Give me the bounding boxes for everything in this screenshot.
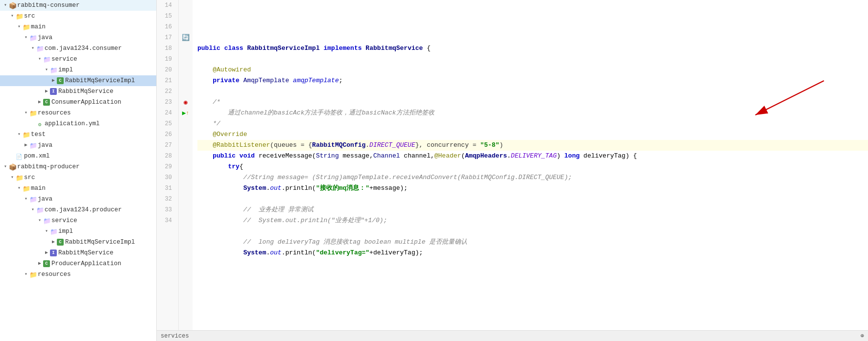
line-number: 17 — [157, 32, 174, 43]
sidebar-item-RabbitMqServiceImpl-consumer[interactable]: ▶CRabbitMqServiceImpl — [0, 75, 156, 86]
class-icon: C — [43, 260, 50, 267]
sidebar-item-ConsumerApplication[interactable]: ▶CConsumerApplication — [0, 97, 156, 108]
code-line: System.out.println("接收的mq消息："+message); — [197, 183, 868, 194]
line-number: 19 — [157, 54, 174, 65]
line-number: 14 — [157, 0, 174, 11]
tree-arrow[interactable]: ▶ — [36, 259, 43, 269]
run-gutter-icon[interactable]: ▶ — [182, 109, 186, 117]
sidebar-item-java-test-consumer[interactable]: ▶📁java — [0, 140, 156, 151]
tree-arrow[interactable]: ▾ — [23, 270, 29, 279]
code-line: */ — [197, 118, 868, 129]
tree-arrow[interactable]: ▾ — [23, 33, 29, 43]
editor-area: 1415161718192021222324252627282930313233… — [157, 0, 868, 341]
class-icon: C — [43, 99, 50, 106]
sidebar-item-test-consumer[interactable]: ▾📁test — [0, 129, 156, 140]
tree-arrow[interactable]: ▾ — [2, 162, 9, 172]
tree-label: main — [31, 183, 46, 193]
sidebar-item-ProducerApplication[interactable]: ▶CProducerApplication — [0, 258, 156, 269]
code-line: @Override — [197, 129, 868, 140]
tree-arrow[interactable]: ▶ — [36, 97, 43, 107]
folder-icon: 📁 — [16, 175, 23, 181]
line-number: 29 — [157, 161, 174, 172]
code-line — [197, 54, 868, 65]
gutter: 🔄◉▶↑ — [179, 0, 193, 330]
sidebar-item-resources-consumer[interactable]: ▾📁resources — [0, 108, 156, 118]
status-add-icon[interactable]: ⊕ — [861, 332, 864, 340]
module-icon: 📦 — [9, 164, 16, 170]
sidebar-item-com-consumer[interactable]: ▾📁com.java1234.consumer — [0, 43, 156, 54]
folder-icon: 📁 — [23, 24, 29, 30]
folder-blue-icon: 📁 — [29, 196, 36, 202]
sidebar-item-impl-consumer[interactable]: ▾📁impl — [0, 65, 156, 75]
line-number: 30 — [157, 172, 174, 183]
sidebar-item-application-yml-consumer[interactable]: ⚙application.yml — [0, 118, 156, 129]
code-line: public class RabbitmqServiceImpl impleme… — [197, 43, 868, 54]
tree-arrow[interactable]: ▾ — [16, 130, 23, 139]
class-icon: C — [57, 239, 64, 246]
sidebar-item-com-producer[interactable]: ▾📁com.java1234.producer — [0, 205, 156, 215]
code-line: //String message= (String)amqpTemplate.r… — [197, 172, 868, 183]
sidebar-item-RabbitMqService-producer[interactable]: ▶IRabbitMqService — [0, 248, 156, 258]
code-line — [197, 258, 868, 269]
sidebar-item-resources-producer[interactable]: ▾📁resources — [0, 269, 156, 280]
line-number: 16 — [157, 22, 174, 32]
line-number: 34 — [157, 215, 174, 226]
tree-label: impl — [58, 65, 73, 75]
tree-arrow[interactable]: ▾ — [23, 108, 29, 118]
gutter-cell — [179, 151, 193, 161]
tree-label: src — [24, 11, 35, 21]
sidebar-item-pom-consumer[interactable]: 📄pom.xml — [0, 151, 156, 161]
tree-label: RabbitMqServiceImpl — [65, 76, 135, 86]
tree-label: com.java1234.producer — [45, 205, 122, 215]
tree-label: src — [24, 173, 35, 182]
tree-arrow[interactable]: ▶ — [43, 87, 50, 96]
sidebar-item-rabbitmq-producer[interactable]: ▾📦rabbitmq-producer — [0, 161, 156, 172]
tree-arrow[interactable]: ▾ — [9, 11, 16, 21]
tree-arrow[interactable]: ▾ — [43, 227, 50, 236]
code-editor[interactable]: public class RabbitmqServiceImpl impleme… — [193, 0, 868, 330]
sidebar-item-src-consumer[interactable]: ▾📁src — [0, 11, 156, 22]
folder-icon: 📁 — [23, 132, 29, 137]
tree-arrow[interactable]: ▾ — [2, 0, 9, 10]
code-line: @Autowired — [197, 65, 868, 75]
lambda-gutter-icon[interactable]: 🔄 — [182, 34, 190, 42]
tree-arrow[interactable]: ▾ — [29, 205, 36, 215]
tree-arrow[interactable]: ▶ — [43, 248, 50, 258]
secondary-gutter-icon[interactable]: ↑ — [186, 110, 190, 116]
sidebar-item-RabbitMqService-consumer[interactable]: ▶IRabbitMqService — [0, 86, 156, 97]
sidebar-item-impl-producer[interactable]: ▾📁impl — [0, 226, 156, 237]
tree-arrow[interactable]: ▶ — [50, 237, 57, 247]
tree-arrow[interactable]: ▶ — [23, 140, 29, 150]
gutter-cell — [179, 54, 193, 65]
tree-arrow[interactable]: ▾ — [16, 22, 23, 32]
gutter-cell — [179, 22, 193, 32]
sidebar-item-java-consumer[interactable]: ▾📁java — [0, 32, 156, 43]
sidebar-item-RabbitMqServiceImpl-producer[interactable]: ▶CRabbitMqServiceImpl — [0, 237, 156, 248]
tree-arrow[interactable]: ▶ — [50, 76, 57, 86]
tree-arrow[interactable]: ▾ — [23, 194, 29, 204]
sidebar-item-java-producer[interactable]: ▾📁java — [0, 194, 156, 205]
line-number: 25 — [157, 118, 174, 129]
tree-label: com.java1234.consumer — [45, 44, 122, 53]
breakpoint-gutter-icon[interactable]: ◉ — [184, 98, 188, 106]
sidebar-item-main-producer[interactable]: ▾📁main — [0, 183, 156, 194]
tree-arrow[interactable]: ▾ — [16, 183, 23, 193]
tree-arrow[interactable]: ▾ — [36, 216, 43, 226]
sidebar-item-service-producer[interactable]: ▾📁service — [0, 215, 156, 226]
sidebar-item-main-consumer[interactable]: ▾📁main — [0, 22, 156, 32]
code-line: public void receiveMessage(String messag… — [197, 151, 868, 161]
tree-label: rabbitmq-producer — [17, 162, 80, 172]
status-right: ⊕ — [861, 332, 864, 340]
gutter-cell — [179, 118, 193, 129]
sidebar-item-rabbitmq-consumer[interactable]: ▾📦rabbitmq-consumer — [0, 0, 156, 11]
tree-arrow[interactable]: ▾ — [36, 54, 43, 64]
tree-arrow[interactable]: ▾ — [43, 65, 50, 75]
tree-arrow[interactable]: ▾ — [29, 44, 36, 53]
sidebar-item-src-producer[interactable]: ▾📁src — [0, 172, 156, 183]
tree-arrow[interactable]: ▾ — [9, 173, 16, 182]
sidebar-item-service-consumer[interactable]: ▾📁service — [0, 54, 156, 65]
gutter-cell — [179, 194, 193, 205]
tree-label: pom.xml — [24, 151, 50, 161]
status-left: services — [161, 333, 189, 340]
file-tree[interactable]: ▾📦rabbitmq-consumer▾📁src▾📁main▾📁java▾📁co… — [0, 0, 157, 341]
